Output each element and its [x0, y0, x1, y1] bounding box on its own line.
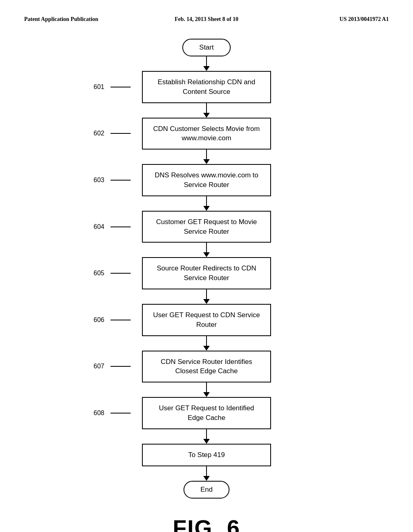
row-603: 603 DNS Resolves www.movie.com to Servic… [86, 164, 327, 196]
step-label-602: 602 [94, 130, 104, 137]
row-601: 601 Establish Relationship CDN and Conte… [86, 71, 327, 103]
step-label-604: 604 [94, 223, 104, 231]
step-label-606: 606 [94, 316, 104, 324]
row-607: 607 CDN Service Router Identifies Closes… [86, 351, 327, 383]
box-605: Source Router Redirects to CDN Service R… [142, 257, 271, 289]
arrow-2 [203, 150, 210, 164]
row-605: 605 Source Router Redirects to CDN Servi… [86, 257, 327, 289]
box-603: DNS Resolves www.movie.com to Service Ro… [142, 164, 271, 196]
header-left: Patent Application Publication [24, 16, 146, 23]
row-602: 602 CDN Customer Selects Movie from www.… [86, 118, 327, 150]
row-606: 606 User GET Request to CDN Service Rout… [86, 304, 327, 336]
arrow-9 [203, 466, 210, 481]
step-label-603: 603 [94, 177, 104, 184]
start-row: Start [86, 39, 327, 56]
start-node: Start [182, 39, 231, 56]
arrow-5 [203, 289, 210, 304]
arrow-8 [203, 429, 210, 444]
page-header: Patent Application Publication Feb. 14, … [24, 16, 389, 23]
box-step419: To Step 419 [142, 444, 271, 466]
end-node: End [184, 481, 229, 499]
row-608: 608 User GET Request to Identified Edge … [86, 397, 327, 429]
arrow-4 [203, 243, 210, 257]
box-608: User GET Request to Identified Edge Cach… [142, 397, 271, 429]
step-label-601: 601 [94, 83, 104, 91]
box-602: CDN Customer Selects Movie from www.movi… [142, 118, 271, 150]
arrow-1 [203, 103, 210, 118]
row-604: 604 Customer GET Request to Movie Servic… [86, 211, 327, 243]
end-row: End [86, 481, 327, 499]
box-604: Customer GET Request to Movie Service Ro… [142, 211, 271, 243]
step-label-608: 608 [94, 409, 104, 417]
arrow-0 [203, 56, 210, 71]
arrow-6 [203, 336, 210, 351]
header-center: Feb. 14, 2013 Sheet 8 of 10 [146, 16, 267, 23]
arrow-7 [203, 382, 210, 397]
box-606: User GET Request to CDN Service Router [142, 304, 271, 336]
arrow-3 [203, 196, 210, 211]
figure-label: FIG. 6 [24, 515, 389, 532]
header-right: US 2013/0041972 A1 [267, 16, 389, 23]
page: Patent Application Publication Feb. 14, … [0, 0, 413, 532]
step-label-605: 605 [94, 270, 104, 277]
flowchart: Start 601 Establish Relationship CDN and… [86, 39, 327, 499]
step-label-607: 607 [94, 363, 104, 370]
box-601: Establish Relationship CDN and Content S… [142, 71, 271, 103]
row-step419: To Step 419 [86, 444, 327, 466]
box-607: CDN Service Router Identifies Closest Ed… [142, 351, 271, 383]
